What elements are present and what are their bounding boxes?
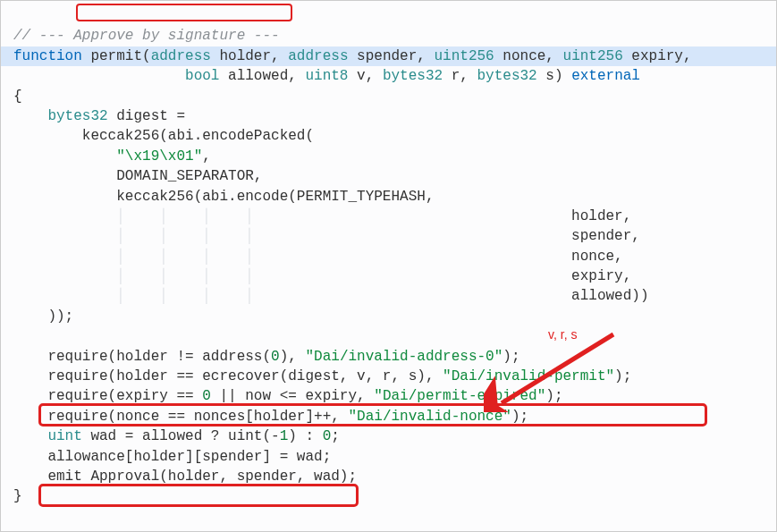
require-ecrecover: require(holder == ecrecover(digest, v, r… bbox=[13, 368, 631, 384]
keccak-inner: keccak256(abi.encode(PERMIT_TYPEHASH, bbox=[13, 189, 434, 205]
comment-mid: Approve by signature bbox=[73, 28, 245, 44]
keccak-outer: keccak256(abi.encodePacked( bbox=[13, 128, 314, 144]
annotation-vrs-label: v, r, s bbox=[548, 326, 577, 344]
open-brace: { bbox=[13, 89, 22, 105]
code-block: // --- Approve by signature --- function… bbox=[1, 1, 776, 512]
eip191-prefix: "\x19\x01" bbox=[116, 148, 202, 165]
emit-approval: emit Approval(holder, spender, wad); bbox=[13, 469, 357, 485]
require-expiry: require(expiry == 0 || now <= expiry, "D… bbox=[13, 388, 563, 404]
require-nonce: require(nonce == nonces[holder]++, "Dai/… bbox=[13, 409, 528, 425]
close-brace: } bbox=[13, 488, 22, 504]
kw-function: function bbox=[13, 48, 82, 64]
function-signature-line1: function permit(address holder, address … bbox=[1, 46, 776, 66]
wad-assign: uint wad = allowed ? uint(-1) : 0; bbox=[13, 428, 340, 444]
function-signature-line2: bool allowed, uint8 v, bytes32 r, bytes3… bbox=[13, 68, 640, 84]
require-address0: require(holder != address(0), "Dai/inval… bbox=[13, 349, 520, 365]
allowance-assign: allowance[holder][spender] = wad; bbox=[13, 449, 331, 465]
domain-separator: DOMAIN_SEPARATOR, bbox=[13, 168, 262, 184]
code-screenshot: // --- Approve by signature --- function… bbox=[0, 0, 777, 532]
comment-pre: // --- bbox=[13, 28, 73, 44]
comment-post: --- bbox=[245, 28, 279, 44]
